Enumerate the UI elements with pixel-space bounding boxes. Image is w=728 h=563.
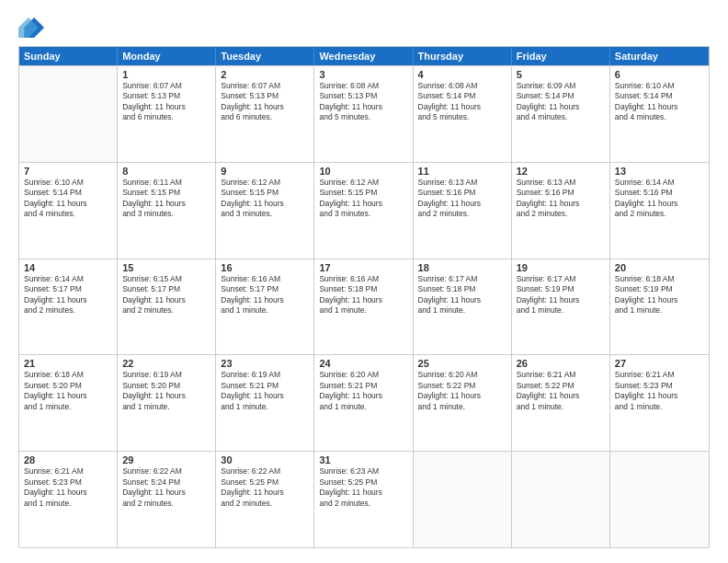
calendar-day-9: 9Sunrise: 6:12 AM Sunset: 5:15 PM Daylig… [216, 163, 314, 259]
day-info: Sunrise: 6:07 AM Sunset: 5:13 PM Dayligh… [221, 81, 309, 123]
day-number: 25 [418, 358, 506, 369]
header-day-friday: Friday [512, 47, 610, 65]
day-info: Sunrise: 6:21 AM Sunset: 5:23 PM Dayligh… [615, 370, 704, 412]
calendar-day-11: 11Sunrise: 6:13 AM Sunset: 5:16 PM Dayli… [414, 163, 512, 259]
day-number: 5 [517, 69, 605, 80]
calendar-day-24: 24Sunrise: 6:20 AM Sunset: 5:21 PM Dayli… [314, 355, 413, 451]
calendar-day-23: 23Sunrise: 6:19 AM Sunset: 5:21 PM Dayli… [216, 355, 314, 451]
calendar-day-20: 20Sunrise: 6:18 AM Sunset: 5:19 PM Dayli… [610, 259, 709, 355]
day-info: Sunrise: 6:10 AM Sunset: 5:14 PM Dayligh… [615, 81, 704, 123]
day-number: 28 [24, 454, 112, 465]
calendar-day-12: 12Sunrise: 6:13 AM Sunset: 5:16 PM Dayli… [512, 163, 610, 259]
day-info: Sunrise: 6:08 AM Sunset: 5:14 PM Dayligh… [418, 81, 506, 123]
day-info: Sunrise: 6:10 AM Sunset: 5:14 PM Dayligh… [24, 178, 112, 220]
day-info: Sunrise: 6:18 AM Sunset: 5:19 PM Dayligh… [615, 274, 704, 316]
day-number: 31 [319, 454, 407, 465]
day-info: Sunrise: 6:22 AM Sunset: 5:25 PM Dayligh… [221, 466, 309, 509]
day-number: 22 [122, 358, 210, 369]
day-info: Sunrise: 6:14 AM Sunset: 5:17 PM Dayligh… [24, 274, 112, 316]
day-number: 4 [418, 69, 506, 80]
calendar-day-10: 10Sunrise: 6:12 AM Sunset: 5:15 PM Dayli… [314, 163, 413, 259]
calendar-body: 1Sunrise: 6:07 AM Sunset: 5:13 PM Daylig… [19, 65, 709, 547]
day-number: 15 [122, 262, 210, 273]
day-number: 8 [122, 166, 210, 177]
calendar-day-22: 22Sunrise: 6:19 AM Sunset: 5:20 PM Dayli… [118, 355, 216, 451]
calendar-week-5: 28Sunrise: 6:21 AM Sunset: 5:23 PM Dayli… [19, 451, 709, 547]
calendar-day-18: 18Sunrise: 6:17 AM Sunset: 5:18 PM Dayli… [414, 259, 512, 355]
day-number: 12 [517, 166, 605, 177]
day-number: 6 [615, 69, 704, 80]
calendar-day-25: 25Sunrise: 6:20 AM Sunset: 5:22 PM Dayli… [414, 355, 512, 451]
calendar-cell-empty [610, 452, 709, 547]
calendar-day-13: 13Sunrise: 6:14 AM Sunset: 5:16 PM Dayli… [610, 163, 709, 259]
day-info: Sunrise: 6:20 AM Sunset: 5:22 PM Dayligh… [418, 370, 506, 412]
calendar-day-28: 28Sunrise: 6:21 AM Sunset: 5:23 PM Dayli… [19, 452, 118, 547]
header [18, 15, 710, 40]
day-info: Sunrise: 6:16 AM Sunset: 5:18 PM Dayligh… [319, 274, 407, 316]
day-number: 2 [221, 69, 309, 80]
calendar-day-4: 4Sunrise: 6:08 AM Sunset: 5:14 PM Daylig… [414, 66, 512, 162]
day-info: Sunrise: 6:12 AM Sunset: 5:15 PM Dayligh… [221, 178, 309, 220]
calendar-header: SundayMondayTuesdayWednesdayThursdayFrid… [19, 47, 709, 65]
calendar-day-1: 1Sunrise: 6:07 AM Sunset: 5:13 PM Daylig… [118, 66, 216, 162]
day-number: 19 [517, 262, 605, 273]
day-number: 10 [319, 166, 407, 177]
calendar-cell-empty [19, 66, 118, 162]
day-info: Sunrise: 6:22 AM Sunset: 5:24 PM Dayligh… [122, 466, 210, 509]
calendar-cell-empty [512, 452, 610, 547]
day-number: 9 [221, 166, 309, 177]
header-day-saturday: Saturday [610, 47, 709, 65]
header-day-wednesday: Wednesday [314, 47, 413, 65]
day-number: 26 [517, 358, 605, 369]
day-info: Sunrise: 6:11 AM Sunset: 5:15 PM Dayligh… [122, 178, 210, 220]
day-info: Sunrise: 6:12 AM Sunset: 5:15 PM Dayligh… [319, 178, 407, 220]
day-info: Sunrise: 6:21 AM Sunset: 5:23 PM Dayligh… [24, 466, 112, 509]
calendar-day-15: 15Sunrise: 6:15 AM Sunset: 5:17 PM Dayli… [118, 259, 216, 355]
day-info: Sunrise: 6:19 AM Sunset: 5:20 PM Dayligh… [122, 370, 210, 412]
day-info: Sunrise: 6:09 AM Sunset: 5:14 PM Dayligh… [517, 81, 605, 123]
calendar-day-29: 29Sunrise: 6:22 AM Sunset: 5:24 PM Dayli… [118, 452, 216, 547]
calendar-week-2: 7Sunrise: 6:10 AM Sunset: 5:14 PM Daylig… [19, 162, 709, 259]
day-number: 14 [24, 262, 112, 273]
calendar-week-4: 21Sunrise: 6:18 AM Sunset: 5:20 PM Dayli… [19, 354, 709, 451]
calendar-week-1: 1Sunrise: 6:07 AM Sunset: 5:13 PM Daylig… [19, 65, 709, 162]
calendar-day-17: 17Sunrise: 6:16 AM Sunset: 5:18 PM Dayli… [314, 259, 413, 355]
header-day-thursday: Thursday [414, 47, 512, 65]
day-number: 27 [615, 358, 704, 369]
header-day-tuesday: Tuesday [216, 47, 314, 65]
calendar: SundayMondayTuesdayWednesdayThursdayFrid… [18, 46, 710, 548]
calendar-day-3: 3Sunrise: 6:08 AM Sunset: 5:13 PM Daylig… [314, 66, 413, 162]
calendar-day-2: 2Sunrise: 6:07 AM Sunset: 5:13 PM Daylig… [216, 66, 314, 162]
calendar-week-3: 14Sunrise: 6:14 AM Sunset: 5:17 PM Dayli… [19, 259, 709, 355]
day-info: Sunrise: 6:14 AM Sunset: 5:16 PM Dayligh… [615, 178, 704, 220]
page: SundayMondayTuesdayWednesdayThursdayFrid… [0, 0, 728, 563]
calendar-day-14: 14Sunrise: 6:14 AM Sunset: 5:17 PM Dayli… [19, 259, 118, 355]
logo [18, 15, 48, 40]
calendar-day-21: 21Sunrise: 6:18 AM Sunset: 5:20 PM Dayli… [19, 355, 118, 451]
calendar-day-31: 31Sunrise: 6:23 AM Sunset: 5:25 PM Dayli… [314, 452, 413, 547]
day-number: 17 [319, 262, 407, 273]
day-info: Sunrise: 6:19 AM Sunset: 5:21 PM Dayligh… [221, 370, 309, 412]
day-info: Sunrise: 6:16 AM Sunset: 5:17 PM Dayligh… [221, 274, 309, 316]
day-number: 21 [24, 358, 112, 369]
day-number: 20 [615, 262, 704, 273]
calendar-day-27: 27Sunrise: 6:21 AM Sunset: 5:23 PM Dayli… [610, 355, 709, 451]
day-number: 1 [122, 69, 210, 80]
calendar-day-8: 8Sunrise: 6:11 AM Sunset: 5:15 PM Daylig… [118, 163, 216, 259]
calendar-day-30: 30Sunrise: 6:22 AM Sunset: 5:25 PM Dayli… [216, 452, 314, 547]
day-info: Sunrise: 6:18 AM Sunset: 5:20 PM Dayligh… [24, 370, 112, 412]
day-number: 18 [418, 262, 506, 273]
day-info: Sunrise: 6:15 AM Sunset: 5:17 PM Dayligh… [122, 274, 210, 316]
day-info: Sunrise: 6:13 AM Sunset: 5:16 PM Dayligh… [418, 178, 506, 220]
day-info: Sunrise: 6:20 AM Sunset: 5:21 PM Dayligh… [319, 370, 407, 412]
day-info: Sunrise: 6:17 AM Sunset: 5:18 PM Dayligh… [418, 274, 506, 316]
day-number: 29 [122, 454, 210, 465]
header-day-monday: Monday [118, 47, 216, 65]
calendar-day-7: 7Sunrise: 6:10 AM Sunset: 5:14 PM Daylig… [19, 163, 118, 259]
calendar-day-26: 26Sunrise: 6:21 AM Sunset: 5:22 PM Dayli… [512, 355, 610, 451]
calendar-day-19: 19Sunrise: 6:17 AM Sunset: 5:19 PM Dayli… [512, 259, 610, 355]
day-info: Sunrise: 6:23 AM Sunset: 5:25 PM Dayligh… [319, 466, 407, 509]
day-number: 7 [24, 166, 112, 177]
logo-icon [18, 15, 44, 40]
calendar-day-16: 16Sunrise: 6:16 AM Sunset: 5:17 PM Dayli… [216, 259, 314, 355]
